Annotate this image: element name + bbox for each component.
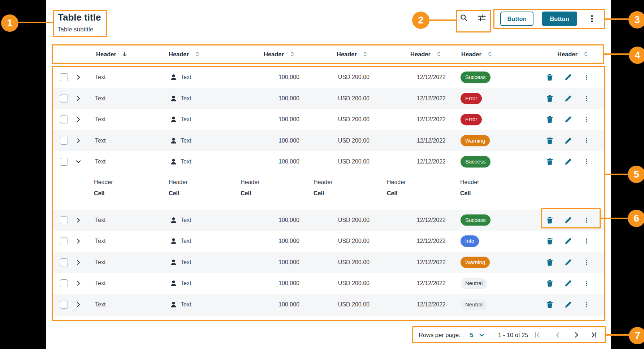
- column-header-3[interactable]: Header: [264, 50, 295, 58]
- cell-text: Text: [95, 158, 105, 165]
- row-expander-chevron-icon[interactable]: [75, 301, 82, 308]
- cell-text: Text: [95, 138, 105, 144]
- primary-button[interactable]: Button: [542, 12, 577, 26]
- row-checkbox[interactable]: [60, 237, 68, 245]
- search-icon[interactable]: [459, 13, 468, 22]
- delete-trash-icon[interactable]: [545, 258, 554, 267]
- edit-pencil-icon[interactable]: [564, 258, 572, 267]
- table-row: Text Text 100,000 USD 200.00 12/12/2022 …: [52, 273, 604, 294]
- delete-trash-icon[interactable]: [545, 94, 554, 103]
- delete-trash-icon[interactable]: [545, 300, 554, 309]
- edit-pencil-icon[interactable]: [564, 279, 572, 288]
- cell-date: 12/12/2022: [377, 116, 446, 123]
- delete-trash-icon[interactable]: [545, 216, 554, 224]
- row-expander-chevron-icon[interactable]: [75, 158, 82, 165]
- previous-page-icon[interactable]: [554, 331, 562, 339]
- column-header-label: Header: [96, 51, 116, 58]
- row-checkbox[interactable]: [60, 301, 68, 309]
- cell-owner-text: Text: [181, 116, 191, 123]
- edit-pencil-icon[interactable]: [564, 136, 572, 145]
- edit-pencil-icon[interactable]: [564, 94, 572, 103]
- row-checkbox[interactable]: [60, 73, 68, 81]
- cell-currency: USD 200.00: [301, 116, 369, 123]
- row-kebab-icon[interactable]: [583, 157, 590, 166]
- column-header-2[interactable]: Header: [169, 50, 200, 58]
- filter-icon[interactable]: [477, 13, 487, 22]
- row-expander-chevron-icon[interactable]: [75, 259, 82, 266]
- row-kebab-icon[interactable]: [583, 73, 590, 82]
- row-checkbox[interactable]: [60, 279, 68, 287]
- cell-currency: USD 200.00: [301, 301, 369, 308]
- row-checkbox[interactable]: [60, 158, 68, 166]
- cell-date: 12/12/2022: [377, 301, 446, 308]
- toolbar-kebab-icon[interactable]: [587, 14, 597, 23]
- expansion-column: HeaderCell: [387, 179, 406, 197]
- delete-trash-icon[interactable]: [545, 115, 554, 124]
- delete-trash-icon[interactable]: [545, 237, 554, 245]
- person-icon: [170, 237, 177, 245]
- table-row: Text Text 100,000 USD 200.00 12/12/2022 …: [52, 210, 604, 231]
- sorted-descending-arrow-icon[interactable]: [121, 50, 128, 58]
- row-checkbox[interactable]: [60, 216, 68, 224]
- row-kebab-icon[interactable]: [583, 216, 590, 224]
- cell-number: 100,000: [232, 259, 299, 266]
- last-page-icon[interactable]: [590, 331, 598, 339]
- row-expander-chevron-icon[interactable]: [75, 95, 82, 102]
- cell-number: 100,000: [232, 217, 299, 223]
- next-page-icon[interactable]: [572, 331, 580, 339]
- sort-carets-icon[interactable]: [289, 50, 295, 58]
- rows-per-page-chevron-down-icon[interactable]: [478, 331, 486, 339]
- column-header-7[interactable]: Header: [557, 50, 589, 58]
- column-header-5[interactable]: Header: [410, 50, 442, 58]
- row-kebab-icon[interactable]: [583, 94, 590, 103]
- cell-currency: USD 200.00: [301, 238, 369, 244]
- row-kebab-icon[interactable]: [583, 136, 590, 145]
- row-checkbox[interactable]: [60, 137, 68, 145]
- rows-per-page-value[interactable]: 5: [470, 331, 473, 338]
- delete-trash-icon[interactable]: [545, 279, 554, 288]
- sort-carets-icon[interactable]: [194, 50, 200, 58]
- status-badge: Neutral: [461, 278, 487, 289]
- sort-carets-icon[interactable]: [436, 50, 442, 58]
- row-expander-chevron-icon[interactable]: [75, 116, 82, 123]
- cell-number: 100,000: [232, 116, 299, 123]
- row-expander-chevron-icon[interactable]: [75, 74, 82, 81]
- row-kebab-icon[interactable]: [583, 115, 590, 124]
- cell-date: 12/12/2022: [377, 138, 446, 144]
- secondary-button[interactable]: Button: [500, 12, 533, 26]
- row-kebab-icon[interactable]: [583, 279, 590, 288]
- callout-3: 3: [628, 11, 644, 29]
- sort-carets-icon[interactable]: [487, 50, 493, 58]
- row-expander-chevron-icon[interactable]: [75, 237, 82, 245]
- edit-pencil-icon[interactable]: [564, 73, 572, 82]
- row-checkbox[interactable]: [60, 258, 68, 266]
- column-header-6[interactable]: Header: [461, 50, 493, 58]
- person-icon: [170, 301, 177, 308]
- table-row: Text Text 100,000 USD 200.00 12/12/2022 …: [52, 67, 604, 88]
- edit-pencil-icon[interactable]: [564, 237, 572, 245]
- column-header-4[interactable]: Header: [337, 50, 368, 58]
- cell-owner-text: Text: [181, 301, 191, 308]
- row-kebab-icon[interactable]: [583, 237, 590, 245]
- edit-pencil-icon[interactable]: [564, 300, 572, 309]
- table-row: Text Text 100,000 USD 200.00 12/12/2022 …: [52, 109, 604, 130]
- sort-carets-icon[interactable]: [583, 50, 589, 58]
- edit-pencil-icon[interactable]: [564, 157, 572, 166]
- row-expander-chevron-icon[interactable]: [75, 280, 82, 287]
- delete-trash-icon[interactable]: [545, 136, 554, 145]
- delete-trash-icon[interactable]: [545, 73, 554, 82]
- row-expander-chevron-icon[interactable]: [75, 217, 82, 224]
- table-bottom-divider: [52, 315, 604, 315]
- row-checkbox[interactable]: [60, 115, 68, 123]
- delete-trash-icon[interactable]: [545, 157, 554, 166]
- row-kebab-icon[interactable]: [583, 258, 590, 267]
- row-expander-chevron-icon[interactable]: [75, 137, 82, 144]
- edit-pencil-icon[interactable]: [564, 216, 572, 224]
- row-checkbox[interactable]: [60, 95, 68, 102]
- row-kebab-icon[interactable]: [583, 300, 590, 309]
- edit-pencil-icon[interactable]: [564, 115, 572, 124]
- table-row: Text Text 100,000 USD 200.00 12/12/2022 …: [52, 252, 604, 273]
- sort-carets-icon[interactable]: [362, 50, 368, 58]
- column-header-1[interactable]: Header: [96, 50, 128, 58]
- first-page-icon[interactable]: [533, 331, 541, 339]
